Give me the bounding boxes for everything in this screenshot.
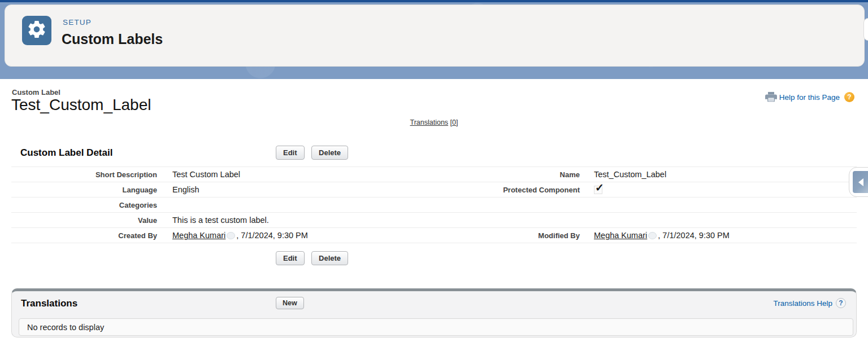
custom-labels-setup-page: SETUP Custom Labels Custom Label Test_Cu… (0, 0, 868, 342)
help-question-icon[interactable]: ? (844, 92, 854, 102)
setup-header-band: SETUP Custom Labels (0, 0, 868, 79)
field-label-modified-by: Modified By (429, 231, 580, 240)
gear-icon (27, 19, 47, 42)
field-label-language: Language (11, 186, 157, 194)
created-by-user-link[interactable]: Megha Kumari (172, 231, 225, 240)
detail-buttons-top: Edit Delete (276, 146, 353, 160)
page-title: Custom Labels (62, 31, 163, 47)
sidebar-toggle[interactable] (853, 171, 868, 193)
count-bracket-close: ] (456, 119, 458, 126)
translations-section-title: Translations (21, 298, 77, 309)
detail-row-value: Value This is a test custom label. (11, 213, 857, 228)
field-value-language: English (157, 185, 429, 194)
field-value-protected-component: ✓ (580, 185, 857, 195)
detail-grid: Short Description Test Custom Label Name… (11, 166, 857, 243)
field-value-value: This is a test custom label. (157, 216, 429, 225)
quick-links-row: Translations [0] (0, 119, 868, 126)
created-datetime: , 7/1/2024, 9:30 PM (236, 231, 308, 240)
field-label-protected-component: Protected Component (429, 186, 580, 194)
edge-pill (863, 18, 868, 41)
entity-label: Custom Label (12, 88, 60, 97)
field-label-name: Name (429, 170, 580, 179)
setup-header-card: SETUP Custom Labels (5, 5, 865, 67)
user-photo-icon (227, 232, 235, 239)
translations-count-link[interactable]: 0 (452, 119, 456, 126)
empty-state-message: No records to display (19, 318, 853, 336)
new-button[interactable]: New (276, 297, 304, 309)
field-label-categories: Categories (11, 201, 157, 209)
main-content: Custom Label Test_Custom_Label Help for … (0, 79, 868, 342)
field-value-short-description: Test Custom Label (157, 170, 429, 179)
user-photo-icon (648, 232, 657, 239)
detail-row-categories: Categories (11, 198, 857, 213)
protected-checkbox: ✓ (594, 186, 602, 194)
setup-gear-tile (22, 16, 51, 45)
translations-new-wrap: New (276, 297, 309, 309)
setup-eyebrow: SETUP (63, 18, 92, 27)
translations-related-list: Translations New Translations Help ? No … (11, 288, 857, 337)
field-label-value: Value (11, 216, 157, 225)
field-value-created-by: Megha Kumari, 7/1/2024, 9:30 PM (157, 231, 429, 240)
delete-button[interactable]: Delete (311, 146, 348, 160)
translations-help-area: Translations Help ? (773, 298, 846, 308)
translations-help-link[interactable]: Translations Help (773, 299, 832, 308)
edit-button[interactable]: Edit (276, 146, 305, 160)
help-circle-icon[interactable]: ? (836, 298, 846, 308)
chevron-left-icon (858, 178, 863, 186)
translations-anchor-link[interactable]: Translations (410, 119, 448, 126)
modified-by-user-link[interactable]: Megha Kumari (594, 231, 647, 240)
detail-row-audit: Created By Megha Kumari, 7/1/2024, 9:30 … (11, 228, 857, 243)
modified-datetime: , 7/1/2024, 9:30 PM (658, 231, 730, 240)
checkmark-icon: ✓ (595, 181, 604, 194)
field-value-modified-by: Megha Kumari, 7/1/2024, 9:30 PM (580, 231, 857, 240)
field-label-created-by: Created By (11, 231, 157, 240)
edit-button-bottom[interactable]: Edit (276, 251, 305, 265)
record-name: Test_Custom_Label (11, 96, 151, 114)
printer-icon[interactable] (765, 91, 778, 103)
field-label-short-description: Short Description (11, 170, 157, 179)
detail-section-title: Custom Label Detail (20, 147, 112, 159)
detail-row-language: Language English Protected Component ✓ (11, 182, 857, 198)
field-value-name: Test_Custom_Label (580, 170, 857, 179)
help-for-this-page-link[interactable]: Help for this Page (779, 93, 840, 102)
top-accent-strip (0, 0, 868, 2)
page-help-area: Help for this Page ? (765, 91, 854, 103)
detail-row-short-description: Short Description Test Custom Label Name… (11, 167, 857, 182)
delete-button-bottom[interactable]: Delete (311, 251, 348, 265)
collapsed-sidebar-tab[interactable] (849, 167, 868, 197)
detail-buttons-bottom: Edit Delete (276, 251, 353, 265)
